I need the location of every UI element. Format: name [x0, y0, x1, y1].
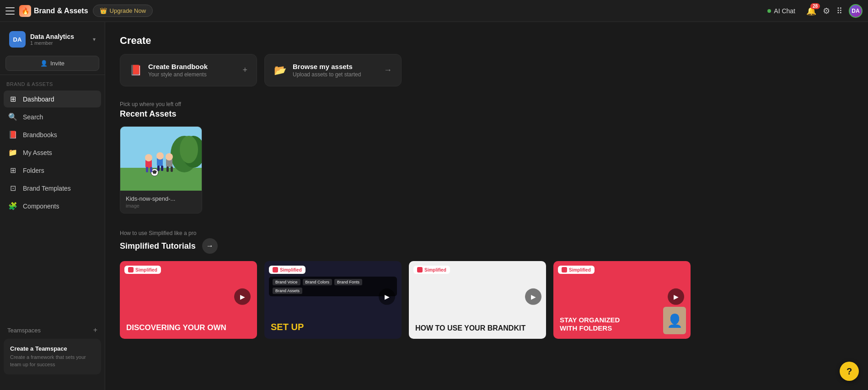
tutorials-header: Simplified Tutorials → [120, 238, 853, 254]
main-layout: DA Data Analytics 1 member ▾ 👤 Invite Br… [0, 22, 868, 390]
main-content: Create 📕 Create Brandbook Your style and… [105, 22, 868, 390]
sidebar-item-folders[interactable]: ⊞ Folders [4, 162, 101, 179]
header-left: 🔥 Brand & Assets 👑 Upgrade Now [5, 5, 153, 17]
tag-brand-colors: Brand Colors [303, 279, 332, 285]
tutorial-card-1[interactable]: Simplified ▶ DISCOVERING YOUR OWN [120, 261, 257, 339]
sidebar-item-brandbooks[interactable]: 📕 Brandbooks [4, 126, 101, 143]
workspace-section: DA Data Analytics 1 member ▾ 👤 Invite [0, 22, 105, 75]
settings-icon[interactable]: ⚙ [823, 6, 830, 16]
asset-thumbnail [120, 127, 202, 191]
person-add-icon: 👤 [40, 60, 48, 67]
sidebar-item-label: Components [23, 203, 59, 210]
tutorial-badge-1: Simplified [124, 266, 161, 274]
sidebar-item-components[interactable]: 🧩 Components [4, 198, 101, 214]
sidebar-item-brand-templates[interactable]: ⊡ Brand Templates [4, 180, 101, 197]
tutorials-next-button[interactable]: → [202, 238, 218, 254]
sidebar: DA Data Analytics 1 member ▾ 👤 Invite Br… [0, 22, 105, 390]
tags-overlay: Brand Voice Brand Colors Brand Fonts Bra… [269, 277, 397, 296]
tutorial-card-2[interactable]: Simplified Brand Voice Brand Colors Bran… [264, 261, 402, 339]
ai-status-dot [767, 9, 771, 13]
sidebar-navigation: ⊞ Dashboard 🔍 Search 📕 Brandbooks 📁 My A… [0, 89, 105, 217]
brandbooks-icon: 📕 [8, 130, 17, 139]
sidebar-item-search[interactable]: 🔍 Search [4, 108, 101, 125]
asset-info: Kids-now-spend-... image [120, 191, 202, 213]
play-button-3[interactable]: ▶ [525, 288, 541, 305]
browse-assets-card[interactable]: 📂 Browse my assets Upload assets to get … [264, 54, 402, 86]
tutorials-title: Simplified Tutorials [120, 241, 196, 251]
sidebar-item-label: Search [23, 113, 43, 121]
workspace-info: Data Analytics 1 member [30, 33, 88, 46]
workspace-selector[interactable]: DA Data Analytics 1 member ▾ [5, 27, 99, 51]
teamspaces-header: Teamspaces + [4, 323, 101, 337]
ai-chat-button[interactable]: AI Chat [763, 5, 800, 17]
svg-rect-8 [146, 167, 148, 172]
notification-button[interactable]: 🔔 28 [806, 6, 816, 16]
svg-point-4 [180, 136, 198, 163]
tutorials-grid: Simplified ▶ DISCOVERING YOUR OWN Simpli… [120, 261, 853, 339]
svg-point-7 [145, 154, 152, 161]
svg-rect-1 [120, 168, 202, 191]
sidebar-item-label: My Assets [23, 149, 52, 156]
workspace-name: Data Analytics [30, 33, 88, 40]
create-teamspace-title: Create a Teamspace [10, 345, 95, 352]
tag-brand-assets: Brand Assets [273, 288, 302, 294]
play-button-2[interactable]: ▶ [379, 288, 395, 305]
tutorial-card-3[interactable]: Simplified ▶ HOW TO USE YOUR BRANDKIT [409, 261, 546, 339]
chevron-down-icon: ▾ [93, 36, 96, 43]
create-teamspace-card[interactable]: Create a Teamspace Create a framework th… [4, 339, 101, 374]
svg-point-11 [156, 152, 164, 160]
create-title: Create [120, 35, 853, 47]
user-avatar[interactable]: DA [849, 4, 863, 18]
tutorial-title-3: HOW TO USE YOUR BRANDKIT [415, 324, 540, 332]
svg-rect-9 [150, 167, 152, 172]
browse-assets-subtitle: Upload assets to get started [293, 71, 377, 78]
tutorial-badge-4: Simplified [558, 266, 595, 274]
help-button[interactable]: ? [840, 362, 859, 381]
tutorial-title-4: STAY ORGANIZED WITH FOLDERS [560, 316, 634, 332]
search-icon: 🔍 [8, 112, 17, 121]
play-button-4[interactable]: ▶ [668, 288, 684, 305]
folders-icon: ⊞ [8, 166, 17, 175]
workspace-avatar: DA [9, 31, 26, 48]
apps-grid-icon[interactable]: ⠿ [836, 6, 842, 16]
menu-icon[interactable] [5, 7, 15, 15]
add-teamspace-icon[interactable]: + [93, 326, 97, 334]
svg-rect-13 [161, 166, 163, 171]
recent-assets-title: Recent Assets [120, 109, 853, 119]
components-icon: 🧩 [8, 202, 17, 210]
play-button-1[interactable]: ▶ [234, 288, 251, 305]
invite-button[interactable]: 👤 Invite [5, 56, 99, 71]
notification-count: 28 [810, 3, 820, 9]
create-brandbook-subtitle: Your style and elements [148, 71, 236, 78]
sidebar-item-label: Folders [23, 167, 44, 174]
asset-card[interactable]: Kids-now-spend-... image [120, 126, 202, 214]
asset-name: Kids-now-spend-... [126, 195, 196, 202]
create-brandbook-text: Create Brandbook Your style and elements [148, 63, 236, 78]
create-brandbook-title: Create Brandbook [148, 63, 236, 70]
folder-icon: 📁 [8, 148, 17, 157]
sidebar-section-label: Brand & Assets [0, 75, 105, 89]
tutorials-section: How to use Simplified like a pro Simplif… [120, 230, 853, 339]
person-icon-4: 👤 [663, 307, 686, 334]
add-icon: + [242, 65, 247, 75]
sidebar-item-label: Brand Templates [23, 185, 71, 192]
asset-type: image [126, 203, 196, 208]
create-brandbook-card[interactable]: 📕 Create Brandbook Your style and elemen… [120, 54, 257, 86]
sidebar-item-dashboard[interactable]: ⊞ Dashboard [4, 91, 101, 107]
browse-assets-title: Browse my assets [293, 63, 377, 70]
svg-rect-16 [166, 166, 169, 172]
sidebar-item-my-assets[interactable]: 📁 My Assets [4, 144, 101, 161]
svg-rect-12 [157, 166, 160, 171]
brandbook-card-icon: 📕 [129, 64, 142, 76]
tutorial-title-1: DISCOVERING YOUR OWN [126, 323, 251, 332]
tutorial-card-4[interactable]: Simplified 👤 ▶ STAY ORGANIZED WITH FOLDE… [553, 261, 691, 339]
browse-assets-text: Browse my assets Upload assets to get st… [293, 63, 377, 78]
svg-point-15 [166, 153, 173, 160]
create-cards: 📕 Create Brandbook Your style and elemen… [120, 54, 853, 86]
sidebar-item-label: Brandbooks [23, 131, 57, 139]
app-title: Brand & Assets [34, 7, 88, 15]
brand-logo: 🔥 Brand & Assets [19, 5, 88, 17]
logo-icon: 🔥 [19, 5, 31, 17]
upgrade-button[interactable]: 👑 Upgrade Now [93, 5, 153, 17]
dashboard-icon: ⊞ [8, 95, 17, 103]
